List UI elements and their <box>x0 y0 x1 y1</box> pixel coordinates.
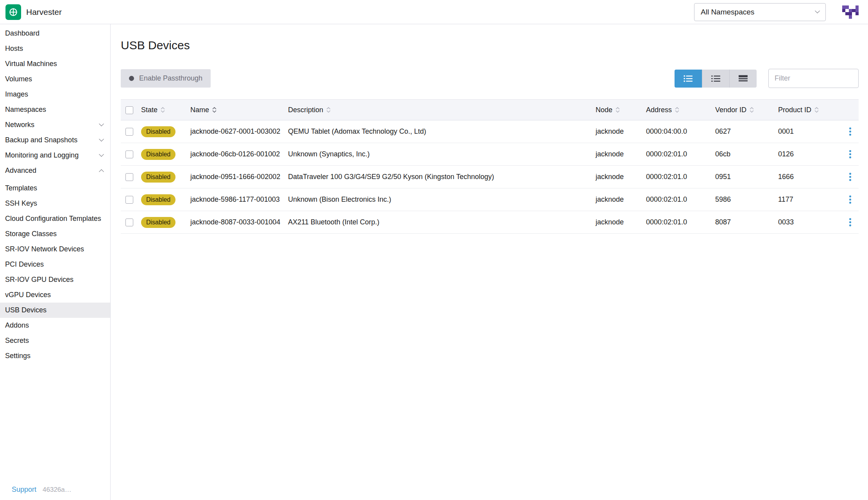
enable-passthrough-label: Enable Passthrough <box>139 74 202 82</box>
sidebar-item-settings[interactable]: Settings <box>0 348 110 364</box>
sidebar-item-namespaces[interactable]: Namespaces <box>0 102 110 117</box>
node-cell: jacknode <box>592 211 643 234</box>
sidebar-footer: Support 46326a… <box>12 486 72 494</box>
sidebar-item-secrets[interactable]: Secrets <box>0 333 110 348</box>
name-cell: jacknode-5986-1177-001003 <box>187 188 285 211</box>
sidebar-item-storage-classes[interactable]: Storage Classes <box>0 226 110 242</box>
vendor-id-cell: 0951 <box>712 166 775 188</box>
sidebar-nav: DashboardHostsVirtual MachinesVolumesIma… <box>0 26 110 364</box>
sidebar-item-usb-devices[interactable]: USB Devices <box>0 303 110 318</box>
state-cell: Disabled <box>138 188 187 211</box>
col-header-state[interactable]: State <box>138 100 187 120</box>
filter-input[interactable] <box>768 69 859 88</box>
sidebar-item-ssh-keys[interactable]: SSH Keys <box>0 196 110 211</box>
address-cell: 0000:04:00.0 <box>643 120 712 143</box>
sidebar-item-sr-iov-gpu-devices[interactable]: SR-IOV GPU Devices <box>0 272 110 287</box>
view-compact-button[interactable] <box>702 70 729 88</box>
address-cell: 0000:02:01.0 <box>643 143 712 166</box>
sidebar-item-label: Hosts <box>5 45 23 53</box>
sidebar-item-advanced[interactable]: Advanced <box>0 163 110 178</box>
row-select-cell <box>121 166 138 188</box>
actions-col-header <box>842 100 859 120</box>
row-actions-cell <box>842 166 859 188</box>
namespace-select[interactable]: All Namespaces <box>694 3 826 21</box>
view-table-button[interactable] <box>729 70 757 88</box>
state-badge: Disabled <box>141 126 175 137</box>
state-dot-icon <box>129 76 134 81</box>
table-row: Disabledjacknode-06cb-0126-001002Unknown… <box>121 143 859 166</box>
select-all-checkbox[interactable] <box>125 106 133 114</box>
row-checkbox[interactable] <box>125 173 133 181</box>
harvester-logo-icon[interactable] <box>5 4 21 20</box>
row-select-cell <box>121 143 138 166</box>
user-avatar-identicon[interactable] <box>842 4 859 20</box>
sidebar-item-label: Virtual Machines <box>5 60 57 68</box>
sidebar-item-label: Settings <box>5 352 30 360</box>
row-checkbox[interactable] <box>125 151 133 158</box>
row-select-cell <box>121 120 138 143</box>
vendor-id-cell: 8087 <box>712 211 775 234</box>
row-actions-button[interactable] <box>847 148 854 161</box>
row-actions-button[interactable] <box>847 193 854 206</box>
sort-icon <box>160 106 165 113</box>
row-select-cell <box>121 211 138 234</box>
view-list-button[interactable] <box>675 70 702 88</box>
row-actions-cell <box>842 211 859 234</box>
sidebar-item-virtual-machines[interactable]: Virtual Machines <box>0 56 110 72</box>
col-header-address[interactable]: Address <box>643 100 712 120</box>
col-header-label: State <box>141 106 157 114</box>
product-id-cell: 0033 <box>775 211 842 234</box>
col-header-node[interactable]: Node <box>592 100 643 120</box>
select-all-cell <box>121 100 138 120</box>
table-head-row: StateNameDescriptionNodeAddressVendor ID… <box>121 100 859 120</box>
sidebar-item-label: Volumes <box>5 75 32 83</box>
state-badge: Disabled <box>141 194 175 205</box>
sidebar-item-sr-iov-network-devices[interactable]: SR-IOV Network Devices <box>0 242 110 257</box>
product-id-cell: 1666 <box>775 166 842 188</box>
vendor-id-cell: 06cb <box>712 143 775 166</box>
name-cell: jacknode-06cb-0126-001002 <box>187 143 285 166</box>
state-badge: Disabled <box>141 149 175 160</box>
row-actions-cell <box>842 143 859 166</box>
row-actions-button[interactable] <box>847 125 854 138</box>
app-title: Harvester <box>26 7 62 17</box>
sidebar-item-label: SR-IOV Network Devices <box>5 245 84 253</box>
sidebar-item-vgpu-devices[interactable]: vGPU Devices <box>0 287 110 303</box>
support-link[interactable]: Support <box>12 486 36 494</box>
sort-icon <box>615 106 620 113</box>
col-header-product-id[interactable]: Product ID <box>775 100 842 120</box>
sidebar-item-networks[interactable]: Networks <box>0 117 110 133</box>
sidebar-item-pci-devices[interactable]: PCI Devices <box>0 257 110 272</box>
col-header-vendor-id[interactable]: Vendor ID <box>712 100 775 120</box>
row-actions-cell <box>842 120 859 143</box>
row-actions-button[interactable] <box>847 170 854 183</box>
row-checkbox[interactable] <box>125 128 133 136</box>
sort-icon <box>749 106 754 113</box>
node-cell: jacknode <box>592 188 643 211</box>
sidebar-item-templates[interactable]: Templates <box>0 181 110 196</box>
sidebar-item-dashboard[interactable]: Dashboard <box>0 26 110 41</box>
col-header-name[interactable]: Name <box>187 100 285 120</box>
sidebar-item-addons[interactable]: Addons <box>0 318 110 333</box>
table-wrap: StateNameDescriptionNodeAddressVendor ID… <box>121 99 859 234</box>
sidebar-item-images[interactable]: Images <box>0 87 110 102</box>
description-cell: Unknown (Synaptics, Inc.) <box>285 143 592 166</box>
sidebar-item-backup-and-snapshots[interactable]: Backup and Snapshots <box>0 133 110 148</box>
state-cell: Disabled <box>138 166 187 188</box>
row-checkbox[interactable] <box>125 219 133 226</box>
sidebar-item-cloud-configuration-templates[interactable]: Cloud Configuration Templates <box>0 211 110 226</box>
sidebar-item-hosts[interactable]: Hosts <box>0 41 110 56</box>
row-actions-button[interactable] <box>847 216 854 229</box>
state-cell: Disabled <box>138 120 187 143</box>
node-cell: jacknode <box>592 120 643 143</box>
sidebar-item-monitoring-and-logging[interactable]: Monitoring and Logging <box>0 148 110 163</box>
sidebar-item-volumes[interactable]: Volumes <box>0 72 110 87</box>
row-checkbox[interactable] <box>125 196 133 204</box>
sidebar-item-label: Storage Classes <box>5 230 57 238</box>
col-header-description[interactable]: Description <box>285 100 592 120</box>
state-cell: Disabled <box>138 143 187 166</box>
enable-passthrough-button[interactable]: Enable Passthrough <box>121 69 211 88</box>
vendor-id-cell: 5986 <box>712 188 775 211</box>
table-row: Disabledjacknode-0627-0001-003002QEMU Ta… <box>121 120 859 143</box>
description-cell: DataTraveler 100 G3/G4/SE9 G2/50 Kyson (… <box>285 166 592 188</box>
